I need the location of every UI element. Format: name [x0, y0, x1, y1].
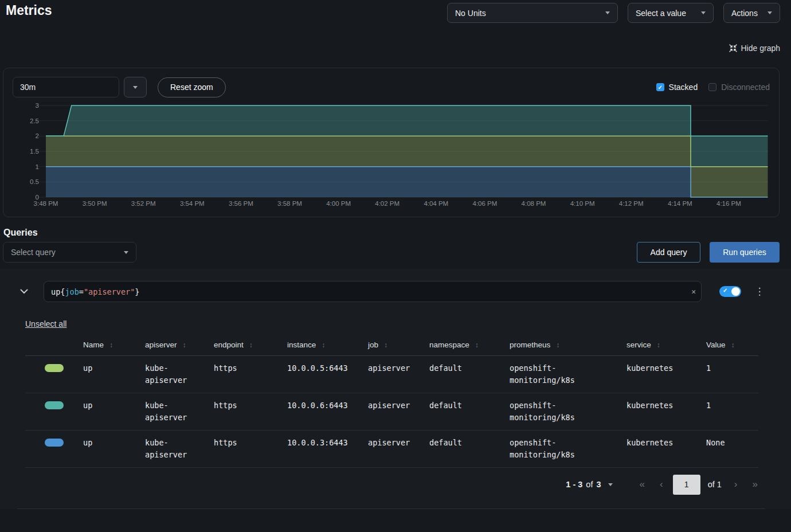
table-cell: 10.0.0.6:6443	[283, 393, 363, 430]
checkbox-checked-icon: ✓	[656, 83, 664, 91]
column-header-label: prometheus	[510, 341, 550, 349]
expression-token-string: "apiserver"	[84, 287, 135, 296]
column-header-service[interactable]: service↕	[622, 335, 702, 356]
chart-series-area	[46, 167, 767, 197]
graph-toolbar: 30m Reset zoom ✓ Stacked Disconnected	[13, 77, 770, 97]
y-axis-label: 0.5	[30, 178, 39, 185]
table-cell: apiserver	[363, 430, 425, 467]
column-header-endpoint[interactable]: endpoint↕	[209, 335, 283, 356]
page-title: Metrics	[6, 3, 52, 18]
disconnected-checkbox[interactable]: Disconnected	[708, 83, 770, 92]
table-cell-swatch	[25, 430, 79, 467]
units-select[interactable]: No Units	[447, 3, 618, 23]
sort-icon: ↕	[322, 341, 325, 349]
graph-panel: 30m Reset zoom ✓ Stacked Disconnected 00…	[3, 68, 780, 217]
sort-icon: ↕	[109, 341, 113, 349]
table-cell: default	[425, 430, 505, 467]
time-range-select[interactable]: 30m	[13, 77, 119, 97]
table-cell: openshift-monitoring/k8s	[505, 393, 622, 430]
table-cell: None	[702, 430, 758, 467]
table-cell: 1	[702, 393, 758, 430]
column-header-instance[interactable]: instance↕	[283, 335, 363, 356]
table-cell: openshift-monitoring/k8s	[505, 430, 622, 467]
table-cell: kubernetes	[622, 430, 702, 467]
value-select-value: Select a value	[636, 9, 686, 18]
check-icon: ✓	[723, 287, 727, 294]
table-cell: default	[425, 393, 505, 430]
series-color-swatch	[45, 364, 64, 372]
table-cell: apiserver	[363, 356, 425, 393]
table-cell: up	[79, 430, 140, 467]
chevron-down-icon	[767, 11, 772, 14]
page-header: Metrics No Units Select a value Actions	[0, 0, 791, 23]
table-cell: openshift-monitoring/k8s	[505, 356, 622, 393]
stacked-checkbox[interactable]: ✓ Stacked	[656, 83, 698, 92]
hide-graph-button[interactable]: Hide graph	[729, 44, 781, 53]
column-header-label: Name	[83, 341, 104, 349]
pagination-range: 1 - 3	[566, 480, 582, 489]
previous-page-button[interactable]: ‹	[652, 479, 671, 490]
unselect-all-link[interactable]: Unselect all	[25, 319, 66, 328]
table-cell: default	[425, 356, 505, 393]
x-axis-label: 4:14 PM	[668, 200, 692, 207]
table-cell-swatch	[25, 356, 79, 393]
time-range-caret-button[interactable]	[124, 77, 147, 97]
table-row: upkube-apiserverhttps10.0.0.3:6443apiser…	[25, 430, 758, 467]
page-number-input[interactable]	[673, 475, 700, 495]
column-header-swatch	[25, 335, 79, 356]
stacked-label: Stacked	[669, 83, 698, 92]
run-queries-button[interactable]: Run queries	[710, 242, 780, 263]
query-expression-input[interactable]: up{job="apiserver"} ✕	[44, 281, 702, 302]
units-select-value: No Units	[455, 9, 486, 18]
table-cell: 1	[702, 356, 758, 393]
column-header-namespace[interactable]: namespace↕	[425, 335, 505, 356]
table-cell: apiserver	[363, 393, 425, 430]
column-header-prometheus[interactable]: prometheus↕	[505, 335, 622, 356]
bottom-divider	[17, 508, 765, 509]
clear-query-button[interactable]: ✕	[691, 281, 696, 302]
table-cell: kubernetes	[622, 393, 702, 430]
column-header-value[interactable]: Value↕	[702, 335, 758, 356]
column-header-label: service	[626, 341, 651, 349]
expression-token-label: job	[65, 287, 79, 296]
table-cell: https	[209, 430, 283, 467]
table-cell: 10.0.0.5:6443	[283, 356, 363, 393]
sort-icon: ↕	[475, 341, 479, 349]
x-axis-label: 4:16 PM	[716, 200, 741, 207]
sort-icon: ↕	[556, 341, 559, 349]
x-axis-label: 3:52 PM	[131, 200, 156, 207]
column-header-name[interactable]: Name↕	[79, 335, 140, 356]
column-header-label: namespace	[429, 341, 469, 349]
column-header-label: endpoint	[214, 341, 244, 349]
expression-token-plain: up{	[51, 287, 65, 296]
y-axis-label: 2.5	[30, 118, 39, 124]
column-header-job[interactable]: job↕	[363, 335, 425, 356]
query-collapse-button[interactable]	[17, 285, 31, 299]
query-row: up{job="apiserver"} ✕ ✓ ⋮	[17, 281, 765, 302]
x-axis-label: 3:50 PM	[83, 200, 107, 207]
chevron-down-icon	[124, 251, 128, 254]
add-query-button[interactable]: Add query	[637, 242, 700, 263]
sort-icon: ↕	[183, 341, 186, 349]
first-page-button[interactable]: «	[632, 479, 652, 490]
metrics-chart[interactable]: 00.511.522.533:48 PM3:50 PM3:52 PM3:54 P…	[13, 102, 769, 212]
reset-zoom-button[interactable]: Reset zoom	[158, 77, 226, 97]
series-color-swatch	[45, 439, 64, 447]
last-page-button[interactable]: »	[745, 479, 765, 490]
select-query-dropdown[interactable]: Select query	[3, 242, 136, 263]
chevron-down-icon	[608, 483, 613, 486]
x-axis-label: 4:04 PM	[424, 200, 448, 207]
chevron-down-icon	[20, 289, 28, 294]
actions-menu[interactable]: Actions	[723, 3, 780, 23]
expression-token-plain: =	[79, 287, 84, 296]
select-query-placeholder: Select query	[11, 248, 56, 257]
per-page-menu[interactable]: 1 - 3 of 3	[566, 480, 612, 489]
kebab-menu-button[interactable]: ⋮	[754, 285, 765, 298]
column-header-apiserver[interactable]: apiserver↕	[140, 335, 209, 356]
query-enable-toggle[interactable]: ✓	[719, 286, 741, 297]
value-select[interactable]: Select a value	[628, 3, 714, 23]
table-row: upkube-apiserverhttps10.0.0.6:6443apiser…	[25, 393, 758, 430]
compress-icon	[729, 44, 737, 52]
pagination-bar: 1 - 3 of 3 « ‹ of 1 › »	[17, 475, 765, 495]
next-page-button[interactable]: ›	[727, 479, 745, 490]
